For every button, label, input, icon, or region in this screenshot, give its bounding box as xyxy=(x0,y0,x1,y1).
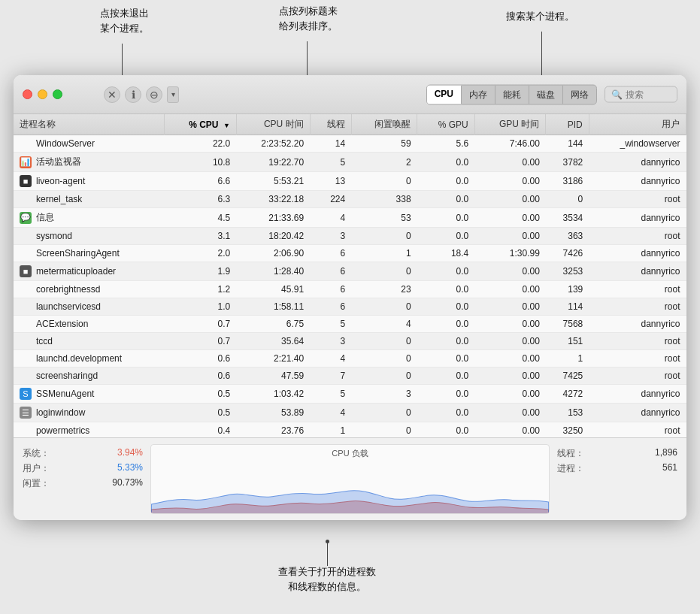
cell-name: launchservicesd xyxy=(14,298,164,315)
cell-gpu_time: 0.00 xyxy=(474,281,546,298)
cell-gpu_pct: 0.0 xyxy=(417,404,475,422)
cell-threads: 4 xyxy=(310,350,351,367)
cell-idle_wake: 0 xyxy=(351,367,417,385)
stat-processes-label: 进程： xyxy=(557,462,584,475)
cell-gpu_time: 0.00 xyxy=(474,404,546,422)
table-row[interactable]: launchservicesd1.01:58.11600.00.00114roo… xyxy=(14,298,686,316)
cell-gpu_time: 0.00 xyxy=(474,333,546,350)
cell-name: powermetrics xyxy=(14,422,164,437)
cell-gpu_time: 1:30.99 xyxy=(474,245,546,262)
table-row[interactable]: 📊活动监视器10.819:22.70520.00.003782dannyrico xyxy=(14,153,686,172)
tab-energy[interactable]: 能耗 xyxy=(495,85,529,104)
table-row[interactable]: tccd0.735.64300.00.00151root xyxy=(14,333,686,350)
table-row[interactable]: SSSMenuAgent0.51:03.42530.00.004272danny… xyxy=(14,385,686,404)
cell-cpu_pct: 3.1 xyxy=(164,228,236,245)
table-row[interactable]: kernel_task6.333:22.182243380.00.000root xyxy=(14,191,686,208)
cell-name: launchd.development xyxy=(14,350,164,367)
cell-cpu_time: 33:22.18 xyxy=(236,191,310,208)
table-row[interactable]: corebrightnessd1.245.916230.00.00139root xyxy=(14,281,686,298)
cell-threads: 3 xyxy=(310,333,351,350)
titlebar: ✕ ℹ ⊖ ▾ CPU 内存 能耗 磁盘 网络 🔍 xyxy=(14,75,686,114)
col-header-gpu-pct[interactable]: % GPU xyxy=(417,114,475,135)
cell-gpu_pct: 0.0 xyxy=(417,228,475,245)
info-button[interactable]: ℹ xyxy=(125,86,141,103)
cell-threads: 224 xyxy=(310,191,351,208)
cell-cpu_time: 53.89 xyxy=(236,404,310,422)
table-row[interactable]: ACExtension0.76.75540.00.007568dannyrico xyxy=(14,316,686,333)
table-row[interactable]: ☰loginwindow0.553.89400.00.00153dannyric… xyxy=(14,404,686,422)
table-row[interactable]: ■liveon-agent6.65:53.211300.00.003186dan… xyxy=(14,172,686,191)
cell-user: root xyxy=(589,191,686,208)
app-icon: ■ xyxy=(20,175,32,187)
cell-idle_wake: 1 xyxy=(351,245,417,262)
cell-cpu_pct: 0.7 xyxy=(164,316,236,333)
table-row[interactable]: ScreenSharingAgent2.02:06.906118.41:30.9… xyxy=(14,245,686,262)
col-header-cpu-pct[interactable]: % CPU ▼ xyxy=(164,114,236,135)
stat-user-value: 5.33% xyxy=(117,462,143,475)
cell-name: ScreenSharingAgent xyxy=(14,245,164,262)
cell-cpu_pct: 6.6 xyxy=(164,172,236,191)
minimize-button[interactable] xyxy=(38,89,47,99)
dropdown-button[interactable]: ▾ xyxy=(167,86,179,103)
fullscreen-button[interactable] xyxy=(53,89,62,99)
tab-memory[interactable]: 内存 xyxy=(462,85,495,104)
cell-user: dannyrico xyxy=(589,245,686,262)
col-header-threads[interactable]: 线程 xyxy=(310,114,351,135)
tab-network[interactable]: 网络 xyxy=(563,85,596,104)
table-row[interactable]: 💬信息4.521:33.694530.00.003534dannyrico xyxy=(14,208,686,228)
col-header-user[interactable]: 用户 xyxy=(589,114,686,135)
table-row[interactable]: powermetrics0.423.76100.00.003250root xyxy=(14,422,686,438)
cell-idle_wake: 0 xyxy=(351,172,417,191)
table-row[interactable]: ■metermaticuploader1.91:28.40600.00.0032… xyxy=(14,262,686,281)
cell-gpu_time: 0.00 xyxy=(474,153,546,172)
cell-cpu_time: 45.91 xyxy=(236,281,310,298)
tab-cpu[interactable]: CPU xyxy=(427,85,462,104)
cell-gpu_time: 0.00 xyxy=(474,316,546,333)
app-icon: 💬 xyxy=(20,212,32,224)
cell-pid: 3782 xyxy=(546,153,589,172)
cell-user: root xyxy=(589,228,686,245)
col-header-idle-wake[interactable]: 闲置唤醒 xyxy=(351,114,417,135)
search-box[interactable]: 🔍 xyxy=(605,86,677,103)
cell-cpu_time: 47.59 xyxy=(236,367,310,385)
cpu-stats-right: 线程： 1,896 进程： 561 xyxy=(557,444,677,514)
cell-gpu_pct: 0.0 xyxy=(417,422,475,438)
cell-idle_wake: 23 xyxy=(351,281,417,298)
cell-cpu_pct: 1.9 xyxy=(164,262,236,281)
cell-cpu_time: 2:21.40 xyxy=(236,350,310,367)
cell-user: root xyxy=(589,281,686,298)
cell-name: screensharingd xyxy=(14,367,164,384)
cell-idle_wake: 0 xyxy=(351,228,417,245)
col-header-name[interactable]: 进程名称 xyxy=(14,114,164,135)
cell-user: dannyrico xyxy=(589,404,686,422)
cell-cpu_pct: 6.3 xyxy=(164,191,236,208)
cell-gpu_time: 0.00 xyxy=(474,172,546,191)
col-header-pid[interactable]: PID xyxy=(546,114,589,135)
cell-threads: 14 xyxy=(310,135,351,153)
cell-cpu_pct: 0.4 xyxy=(164,422,236,438)
cell-cpu_time: 21:33.69 xyxy=(236,208,310,228)
cell-cpu_time: 1:03.42 xyxy=(236,385,310,404)
table-row[interactable]: launchd.development0.62:21.40400.00.001r… xyxy=(14,350,686,367)
bottom-panel: 系统： 3.94% 用户： 5.33% 闲置： 90.73% CPU 负载 xyxy=(14,437,686,520)
search-input[interactable] xyxy=(626,89,671,100)
cell-idle_wake: 0 xyxy=(351,404,417,422)
callout-info: 查看关于打开的进程数和线程数的信息。 xyxy=(241,564,414,594)
inspect-button[interactable]: ⊖ xyxy=(146,86,162,103)
cell-threads: 6 xyxy=(310,281,351,298)
stat-user: 用户： 5.33% xyxy=(23,462,143,475)
table-row[interactable]: WindowServer22.02:23:52.2014595.67:46.00… xyxy=(14,135,686,153)
col-header-gpu-time[interactable]: GPU 时间 xyxy=(474,114,546,135)
cell-idle_wake: 3 xyxy=(351,385,417,404)
col-header-cpu-time[interactable]: CPU 时间 xyxy=(236,114,310,135)
cell-idle_wake: 0 xyxy=(351,422,417,438)
tab-disk[interactable]: 磁盘 xyxy=(529,85,563,104)
table-row[interactable]: screensharingd0.647.59700.00.007425root xyxy=(14,367,686,385)
cell-cpu_time: 19:22.70 xyxy=(236,153,310,172)
quit-process-button[interactable]: ✕ xyxy=(104,86,120,103)
table-row[interactable]: sysmond3.118:20.42300.00.00363root xyxy=(14,228,686,245)
cell-idle_wake: 4 xyxy=(351,316,417,333)
cell-name: 💬信息 xyxy=(14,208,164,227)
close-button[interactable] xyxy=(23,89,32,99)
cell-name: ■metermaticuploader xyxy=(14,262,164,280)
